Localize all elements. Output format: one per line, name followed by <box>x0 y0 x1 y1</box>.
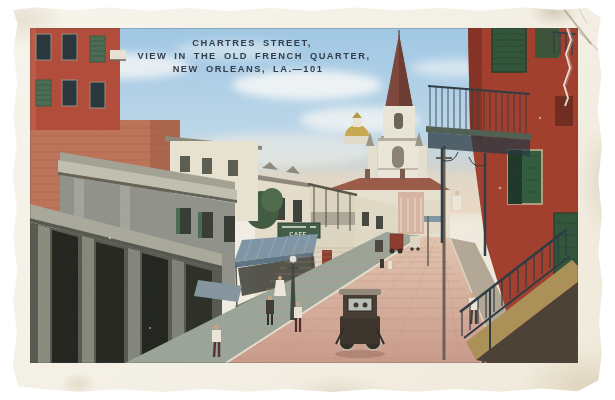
corner-crease <box>579 32 601 54</box>
corner-crease <box>577 6 588 24</box>
screenshot: CHARTRES STREET, VIEW IN THE OLD FRENCH … <box>0 0 615 400</box>
postcard-photo: CHARTRES STREET, VIEW IN THE OLD FRENCH … <box>30 28 578 363</box>
postcard: CHARTRES STREET, VIEW IN THE OLD FRENCH … <box>6 4 608 396</box>
print-grain <box>30 28 578 363</box>
